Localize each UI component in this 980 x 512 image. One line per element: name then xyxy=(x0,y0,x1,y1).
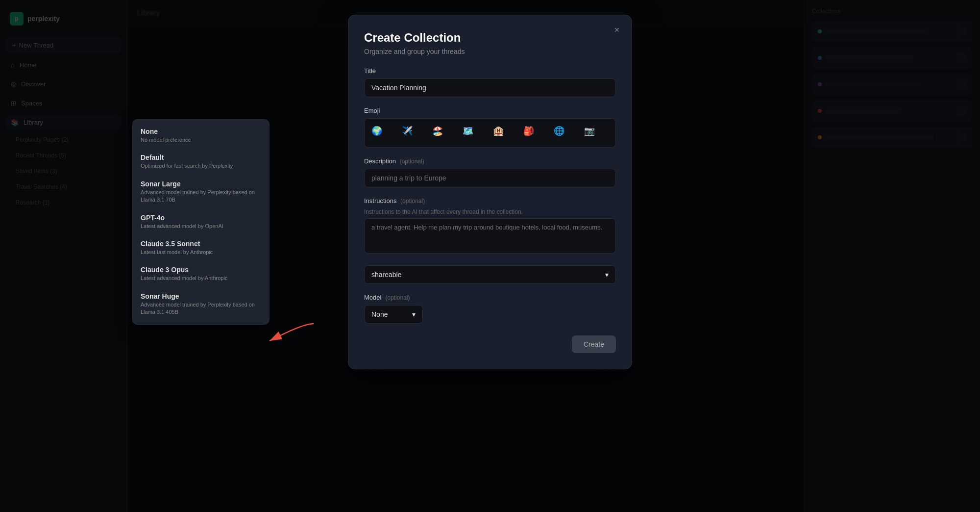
emoji-cell[interactable]: 🌍 xyxy=(369,124,384,138)
dropdown-item-none[interactable]: None No model preference xyxy=(133,123,269,149)
access-select-button[interactable]: shareable ▾ xyxy=(364,265,616,284)
title-label: Title xyxy=(364,67,616,75)
title-input[interactable] xyxy=(364,78,616,97)
emoji-cell[interactable]: 📷 xyxy=(582,124,597,138)
create-collection-modal: × Create Collection Organize and group y… xyxy=(348,15,632,369)
emoji-cell[interactable]: 🌐 xyxy=(552,124,566,138)
emoji-picker: 🌍 ✈️ 🏖️ 🗺️ 🏨 🎒 🌐 📷 xyxy=(364,118,616,148)
dropdown-item-default[interactable]: Default Optimized for fast search by Per… xyxy=(133,149,269,175)
description-form-group: Description (optional) xyxy=(364,157,616,187)
model-label-row: Model (optional) xyxy=(364,294,616,301)
model-select-row: Model (optional) None ▾ xyxy=(364,294,616,324)
instructions-textarea[interactable] xyxy=(364,218,616,254)
emoji-form-group: Emoji 🌍 ✈️ 🏖️ 🗺️ 🏨 🎒 🌐 📷 xyxy=(364,107,616,148)
emoji-label: Emoji xyxy=(364,107,616,114)
access-form-group: shareable ▾ xyxy=(364,265,616,284)
description-label: Description (optional) xyxy=(364,157,616,165)
emoji-cell[interactable]: 🏖️ xyxy=(430,124,445,138)
modal-subtitle: Organize and group your threads xyxy=(364,48,616,55)
modal-footer: Create xyxy=(364,335,616,353)
modal-title: Create Collection xyxy=(364,31,616,45)
title-form-group: Title xyxy=(364,67,616,97)
emoji-cell[interactable]: 🎒 xyxy=(521,124,536,138)
description-input[interactable] xyxy=(364,169,616,187)
instructions-hint: Instructions to the AI that affect every… xyxy=(364,208,616,215)
emoji-cell[interactable]: 🗺️ xyxy=(461,124,475,138)
dropdown-item-sonar-huge[interactable]: Sonar Huge Advanced model trained by Per… xyxy=(133,287,269,321)
create-button[interactable]: Create xyxy=(572,335,616,353)
instructions-label: Instructions (optional) xyxy=(364,197,616,205)
emoji-cell[interactable]: 🏨 xyxy=(491,124,506,138)
dropdown-item-claude-sonnet[interactable]: Claude 3.5 Sonnet Latest fast model by A… xyxy=(133,235,269,261)
dropdown-item-sonar-large[interactable]: Sonar Large Advanced model trained by Pe… xyxy=(133,175,269,209)
model-select-button[interactable]: None ▾ xyxy=(364,305,423,324)
model-dropdown-menu: None No model preference Default Optimiz… xyxy=(132,119,270,325)
modal-close-button[interactable]: × xyxy=(610,23,624,37)
access-chevron-icon: ▾ xyxy=(605,271,609,279)
dropdown-item-claude-opus[interactable]: Claude 3 Opus Latest advanced model by A… xyxy=(133,261,269,287)
model-chevron-icon: ▾ xyxy=(412,310,416,318)
instructions-form-group: Instructions (optional) Instructions to … xyxy=(364,197,616,256)
dropdown-item-gpt4o[interactable]: GPT-4o Latest advanced model by OpenAI xyxy=(133,209,269,235)
emoji-cell[interactable]: ✈️ xyxy=(400,124,415,138)
